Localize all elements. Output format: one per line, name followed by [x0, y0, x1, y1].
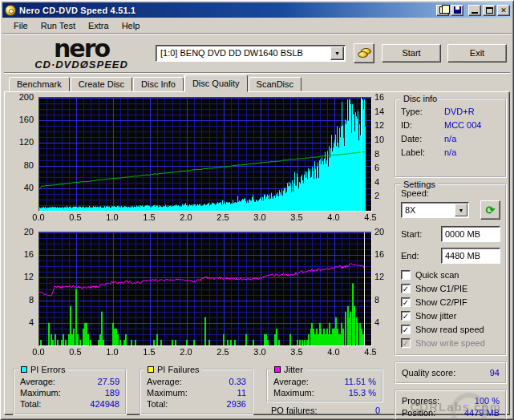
checkbox-icon	[401, 270, 411, 280]
checkbox-label: Show write speed	[415, 338, 485, 348]
position-label: Position:	[402, 408, 435, 418]
axis-tick: 8	[374, 295, 392, 305]
show-c1-pie-checkbox[interactable]: ✓ Show C1/PIE	[401, 283, 500, 293]
progress-label: Progress:	[402, 396, 439, 406]
progress-value: 100 %	[475, 396, 500, 406]
axis-tick: 4.0	[324, 212, 343, 222]
disc-info-group: Disc info Type:DVD+R ID:MCC 004 Date:n/a…	[395, 98, 507, 178]
drive-select-value: [1:0] BENQ DVD DD DW1640 BSLB	[156, 48, 330, 58]
eject-disc-button[interactable]	[354, 43, 374, 63]
position-value: 4479 MB	[464, 408, 500, 418]
tab-benchmark[interactable]: Benchmark	[9, 77, 70, 91]
menu-file[interactable]: File	[7, 19, 34, 32]
exit-button[interactable]: Exit	[447, 44, 507, 63]
quick-scan-checkbox[interactable]: Quick scan	[401, 269, 500, 280]
stat-value: 11.51 %	[344, 377, 376, 386]
axis-tick: 16	[374, 92, 392, 102]
start-button[interactable]: Start	[382, 44, 441, 63]
drive-select-dropdown[interactable]: [1:0] BENQ DVD DD DW1640 BSLB ▼	[156, 45, 346, 62]
drive-dropdown-arrow[interactable]: ▼	[330, 46, 344, 60]
stat-label: Maximum:	[20, 388, 61, 398]
disc-info-label: Date:	[401, 134, 435, 143]
tab-create-disc[interactable]: Create Disc	[71, 77, 132, 91]
show-jitter-checkbox[interactable]: ✓ Show jitter	[401, 310, 500, 321]
disc-label-value: n/a	[444, 147, 456, 157]
checkbox-icon: ✓	[401, 338, 411, 348]
axis-tick: 16	[5, 249, 34, 259]
axis-tick: 3.5	[287, 347, 306, 357]
pi-errors-swatch-icon	[21, 366, 27, 373]
disc-info-title: Disc info	[401, 94, 439, 103]
speed-dropdown-arrow[interactable]: ▼	[455, 204, 467, 216]
jitter-stats-column: Jitter Average:11.51 % Maximum:15.3 % PO…	[266, 369, 383, 415]
close-button[interactable]: ✕	[497, 5, 510, 16]
speed-dropdown[interactable]: 8X ▼	[401, 202, 469, 218]
axis-tick: 8	[5, 295, 34, 305]
stat-value: 0.33	[229, 377, 246, 386]
stat-value: 424948	[90, 399, 119, 409]
checkbox-label: Quick scan	[415, 270, 459, 280]
disc-info-label: ID:	[401, 120, 435, 130]
pi-errors-plot	[39, 98, 371, 211]
jitter-stats: Jitter Average:11.51 % Maximum:15.3 %	[266, 369, 383, 402]
start-position-input[interactable]	[441, 226, 500, 242]
window-title: Nero CD-DVD Speed 4.51.1	[19, 6, 435, 15]
checkbox-icon: ✓	[401, 297, 411, 307]
refresh-icon: ⟳	[486, 204, 496, 216]
axis-tick: 0.0	[29, 212, 48, 222]
axis-tick: 12	[374, 120, 392, 130]
axis-tick: 12	[5, 272, 34, 281]
pi-errors-title: PI Errors	[30, 365, 65, 374]
show-c2-pif-checkbox[interactable]: ✓ Show C2/PIF	[401, 297, 500, 307]
maximize-icon	[486, 7, 493, 14]
axis-tick: 6	[374, 163, 392, 172]
disc-quality-page: 2001601208040 161412108642 0.00.51.01.52…	[4, 91, 510, 415]
show-write-speed-checkbox: ✓ Show write speed	[401, 337, 500, 348]
jitter-swatch-icon	[274, 366, 281, 373]
tab-disc-quality[interactable]: Disc Quality	[184, 75, 248, 92]
stat-value: 15.3 %	[349, 388, 376, 398]
header: nero CD·DVDØSPEED [1:0] BENQ DVD DD DW16…	[2, 34, 512, 72]
axis-tick: 0.5	[66, 212, 85, 222]
gold-disc-icon	[358, 51, 368, 58]
axis-tick: 3.5	[287, 212, 306, 222]
axis-tick: 1.0	[103, 212, 122, 222]
checkbox-icon: ✓	[401, 311, 411, 321]
axis-tick: 80	[5, 160, 34, 170]
disc-info-label: Type:	[401, 107, 435, 116]
axis-tick: 0.5	[66, 347, 85, 357]
tab-scandisc[interactable]: ScanDisc	[249, 77, 302, 91]
axis-tick: 40	[5, 183, 34, 192]
axis-tick: 3.0	[250, 212, 269, 222]
axis-tick: 1.5	[140, 347, 159, 357]
jitter-y-axis-left: 20161284	[5, 232, 38, 346]
stat-label: Total:	[20, 399, 41, 409]
checkbox-label: Show C1/PIE	[415, 284, 467, 293]
axis-tick: 2.0	[176, 212, 196, 222]
minimize-button[interactable]	[468, 5, 481, 16]
pi-errors-stats: PI Errors Average:27.59 Maximum:189 Tota…	[13, 369, 127, 415]
stat-value: 27.59	[97, 377, 119, 386]
axis-tick: 2.5	[213, 347, 233, 357]
axis-tick: 3.0	[250, 347, 269, 357]
end-position-input[interactable]	[441, 248, 500, 264]
start-position-label: Start:	[401, 229, 435, 239]
checkbox-label: Show read speed	[415, 325, 484, 334]
menu-extra[interactable]: Extra	[82, 19, 115, 32]
copy-to-clipboard-button[interactable]	[436, 5, 449, 16]
tab-disc-info[interactable]: Disc Info	[133, 77, 184, 91]
nero-logo: nero CD·DVDØSPEED	[7, 37, 156, 70]
settings-title: Settings	[401, 180, 438, 189]
show-read-speed-checkbox[interactable]: ✓ Show read speed	[401, 324, 500, 334]
axis-tick: 160	[5, 115, 34, 124]
save-screenshot-button[interactable]	[451, 5, 463, 16]
maximize-button[interactable]	[483, 5, 496, 16]
checkbox-label: Show C2/PIF	[415, 297, 467, 307]
stat-value: 189	[105, 388, 119, 398]
menu-help[interactable]: Help	[115, 19, 147, 32]
pi-errors-chart: 2001601208040 161412108642 0.00.51.01.52…	[5, 97, 393, 223]
menu-run-test[interactable]: Run Test	[34, 19, 82, 32]
pi-errors-y-axis-left: 2001601208040	[5, 97, 38, 212]
minimize-icon	[472, 12, 478, 14]
refresh-speed-button[interactable]: ⟳	[480, 200, 500, 220]
